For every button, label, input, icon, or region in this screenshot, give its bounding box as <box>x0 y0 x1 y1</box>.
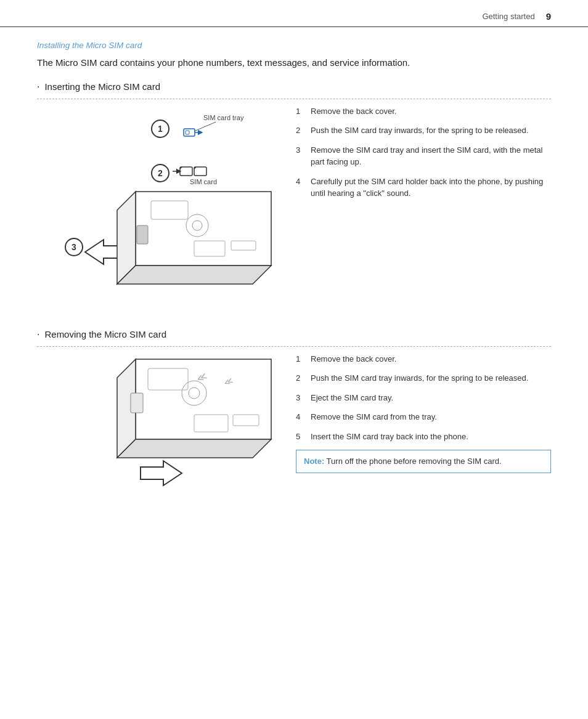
removing-title: · Removing the Micro SIM card <box>37 329 551 340</box>
inserting-steps: 1 Remove the back cover. 2 Push the SIM … <box>284 105 551 323</box>
bullet-inserting: · <box>37 81 39 92</box>
bullet-removing: · <box>37 329 39 340</box>
svg-line-3 <box>194 122 216 131</box>
removing-section: ≪ ≪ 1 Remove the back cover. 2 Push the … <box>37 346 551 521</box>
insert-step-3: 3 Remove the SIM card tray and insert th… <box>296 144 551 168</box>
svg-marker-38 <box>141 461 182 485</box>
section-title: Installing the Micro SIM card <box>37 41 551 50</box>
remove-step-5: 5 Insert the SIM card tray back into the… <box>296 431 551 443</box>
inserting-svg: 1 SIM card tray 2 <box>37 105 284 321</box>
page-header: Getting started 9 <box>0 0 588 27</box>
main-content: Installing the Micro SIM card The Micro … <box>0 27 588 540</box>
svg-marker-20 <box>117 266 271 284</box>
inserting-diagram: 1 SIM card tray 2 <box>37 105 284 323</box>
svg-rect-5 <box>186 131 189 134</box>
remove-step-4: 4 Remove the SIM card from the tray. <box>296 411 551 423</box>
svg-marker-29 <box>117 439 271 458</box>
remove-step-1: 1 Remove the back cover. <box>296 353 551 365</box>
note-label: Note: <box>304 457 324 466</box>
note-text: Turn off the phone before removing the S… <box>327 457 502 466</box>
inserting-title: · Inserting the Micro SIM card <box>37 81 551 92</box>
insert-step-4: 4 Carefully put the SIM card holder back… <box>296 176 551 200</box>
header-right: Getting started 9 <box>482 11 551 22</box>
svg-rect-9 <box>180 167 192 176</box>
svg-rect-26 <box>137 225 148 244</box>
removing-diagram: ≪ ≪ <box>37 353 284 521</box>
removing-svg: ≪ ≪ <box>37 353 284 519</box>
svg-text:SIM card tray: SIM card tray <box>203 114 244 121</box>
page-container: Getting started 9 Installing the Micro S… <box>0 0 588 719</box>
inserting-section: 1 SIM card tray 2 <box>37 99 551 323</box>
remove-step-3: 3 Eject the SIM card tray. <box>296 392 551 404</box>
removing-steps: 1 Remove the back cover. 2 Push the SIM … <box>284 353 551 521</box>
header-page-number: 9 <box>546 11 551 22</box>
svg-text:1: 1 <box>158 124 163 134</box>
svg-marker-13 <box>194 167 197 169</box>
intro-text: The Micro SIM card contains your phone n… <box>37 56 468 70</box>
header-section-title: Getting started <box>482 12 534 21</box>
insert-step-1: 1 Remove the back cover. <box>296 105 551 118</box>
svg-rect-35 <box>131 393 143 413</box>
svg-text:SIM card: SIM card <box>190 178 217 185</box>
svg-marker-10 <box>180 167 182 169</box>
svg-text:3: 3 <box>71 242 76 252</box>
remove-step-2: 2 Push the SIM card tray inwards, for th… <box>296 372 551 384</box>
svg-rect-12 <box>194 167 206 176</box>
note-box: Note: Turn off the phone before removing… <box>296 450 551 473</box>
svg-text:2: 2 <box>158 168 163 178</box>
insert-step-2: 2 Push the SIM card tray inwards, for th… <box>296 124 551 137</box>
svg-marker-18 <box>136 192 271 266</box>
